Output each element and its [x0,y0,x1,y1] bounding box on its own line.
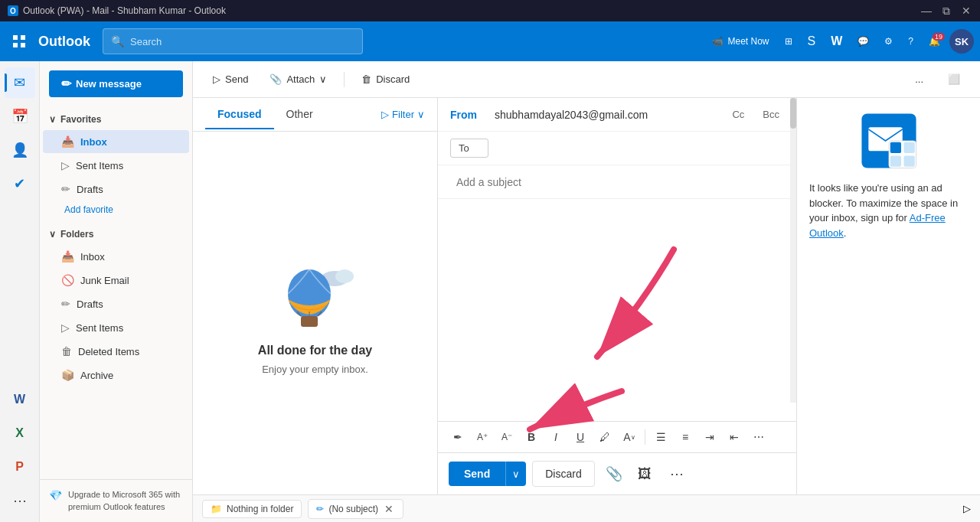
chevron-down-icon-send: ∨ [512,468,520,480]
sidebar-item-sent[interactable]: ▷ Sent Items [43,316,189,339]
subject-input[interactable] [450,170,784,194]
more-toolbar-button[interactable]: ... [907,69,931,90]
compose-body[interactable] [438,199,796,421]
status-send-icon: ▷ [963,503,971,514]
skype-icon: S [808,34,816,48]
sidebar-item-inbox[interactable]: 📥 Inbox [43,245,189,268]
discard-toolbar-button[interactable]: 🗑 Discard [354,69,417,90]
feedback-button[interactable]: 💬 [851,31,875,51]
format-font-size-up-btn[interactable]: A⁺ [472,426,493,448]
send-toolbar-button[interactable]: ▷ Send [205,69,256,90]
gear-icon: ⚙ [884,36,893,47]
insert-image-button[interactable]: 🖼 [633,462,656,487]
send-button[interactable]: Send [449,462,505,486]
status-close-button[interactable]: ✕ [383,503,395,515]
folder-drafts-icon: ✏ [61,298,70,310]
ad-text: It looks like you're using an ad blocker… [809,181,968,240]
expand-button[interactable]: ⬜ [940,69,968,90]
sidebar-item-favorites-sent[interactable]: ▷ Sent Items [43,154,189,177]
to-label[interactable]: To [450,139,488,158]
format-more-btn[interactable]: ⋯ [748,426,769,448]
sidebar-item-favorites-drafts[interactable]: ✏ Drafts [43,178,189,201]
ad-outlook-logo [858,110,920,171]
bcc-button[interactable]: Bcc [758,106,784,123]
format-numbers-btn[interactable]: ≡ [675,426,696,448]
close-button[interactable]: ✕ [960,5,972,17]
word-app-icon: W [14,393,25,406]
empty-state-title: All done for the day [258,344,372,357]
to-input[interactable] [488,136,784,161]
excel-app-icon: X [15,426,24,440]
outlook-favicon: O [8,5,18,16]
format-outdent-btn[interactable]: ⇤ [724,426,745,448]
attach-dropdown-icon: ∨ [319,73,327,85]
activity-mail[interactable]: ✉ [5,67,35,98]
format-italic-btn[interactable]: I [545,426,567,448]
user-avatar[interactable]: SK [949,29,974,54]
folders-header[interactable]: ∨ Folders [40,224,192,244]
format-bullets-btn[interactable]: ☰ [650,426,671,448]
send-status-icon: ▷ [963,503,971,514]
sidebar-item-archive[interactable]: 📦 Archive [43,364,189,387]
more-apps-icon: ⋯ [13,492,27,509]
expand-icon: ⬜ [948,73,960,85]
search-icon: 🔍 [111,35,124,47]
tab-other[interactable]: Other [274,100,325,129]
format-font-size-down-btn[interactable]: A⁻ [496,426,518,448]
search-box[interactable]: 🔍 [103,28,363,54]
search-input[interactable] [130,36,354,47]
mail-icon: ✉ [14,74,25,91]
apps-button[interactable] [6,30,32,53]
format-underline-btn[interactable]: U [570,426,591,448]
activity-more[interactable]: ⋯ [5,485,35,516]
title-bar-left: O Outlook (PWA) - Mail - Shubham Kumar -… [8,5,226,16]
add-favorite-link[interactable]: Add favorite [40,201,192,218]
tabs-bar: Focused Other ▷ Filter ∨ [193,98,437,132]
tab-focused[interactable]: Focused [205,100,274,129]
cc-button[interactable]: Cc [727,106,749,123]
activity-calendar[interactable]: 📅 [5,101,35,132]
status-bar: 📁 Nothing in folder ✏ (No subject) ✕ ▷ [193,494,980,522]
folder-inbox-icon: 📥 [61,250,74,263]
new-message-button[interactable]: ✏ New message [49,70,183,97]
format-indent-btn[interactable]: ⇥ [699,426,720,448]
format-styles-btn[interactable]: ✒ [447,426,469,448]
activity-word[interactable]: W [5,384,35,415]
send-icon: ▷ [213,73,220,85]
activity-excel[interactable]: X [5,418,35,449]
grid-icon [12,34,26,48]
filter-button[interactable]: ▷ Filter ∨ [381,109,425,120]
sidebar-item-deleted[interactable]: 🗑 Deleted Items [43,340,189,363]
attach-toolbar-button[interactable]: 📎 Attach ∨ [262,69,335,90]
apps-grid-button[interactable]: ⊞ [779,31,799,51]
favorites-header[interactable]: ∨ Favorites [40,109,192,129]
todo-icon: ✔ [14,175,25,192]
status-compose-item[interactable]: ✏ (No subject) ✕ [308,499,403,519]
scrollbar-thumb [790,98,796,129]
notifications-button[interactable]: 🔔 19 [923,31,946,51]
meet-now-button[interactable]: 📹 Meet Now [706,31,776,51]
upgrade-section: 💎 Upgrade to Microsoft 365 with premium … [40,479,192,522]
help-button[interactable]: ? [902,31,920,51]
svg-point-5 [335,269,354,283]
sidebar-item-junk[interactable]: 🚫 Junk Email [43,269,189,292]
powerpoint-app-icon: P [15,460,24,474]
compose-scrollbar[interactable] [790,98,796,403]
minimize-button[interactable]: — [920,5,933,17]
activity-todo[interactable]: ✔ [5,168,35,199]
send-dropdown-button[interactable]: ∨ [505,462,526,486]
sidebar-item-favorites-inbox[interactable]: 📥 Inbox [43,130,189,153]
format-highlight-btn[interactable]: A ∨ [619,426,640,448]
activity-contacts[interactable]: 👤 [5,135,35,165]
format-pen-btn[interactable]: 🖊 [594,426,616,448]
restore-button[interactable]: ⧉ [940,5,952,17]
attach-file-button[interactable]: 📎 [601,461,627,487]
activity-powerpoint[interactable]: P [5,452,35,482]
discard-button[interactable]: Discard [532,461,594,487]
skype-button[interactable]: S [802,30,822,53]
word-button[interactable]: W [825,30,848,53]
sidebar-item-drafts[interactable]: ✏ Drafts [43,292,189,315]
action-more-button[interactable]: ⋯ [665,461,688,487]
settings-button[interactable]: ⚙ [878,31,899,51]
format-bold-btn[interactable]: B [521,426,542,448]
